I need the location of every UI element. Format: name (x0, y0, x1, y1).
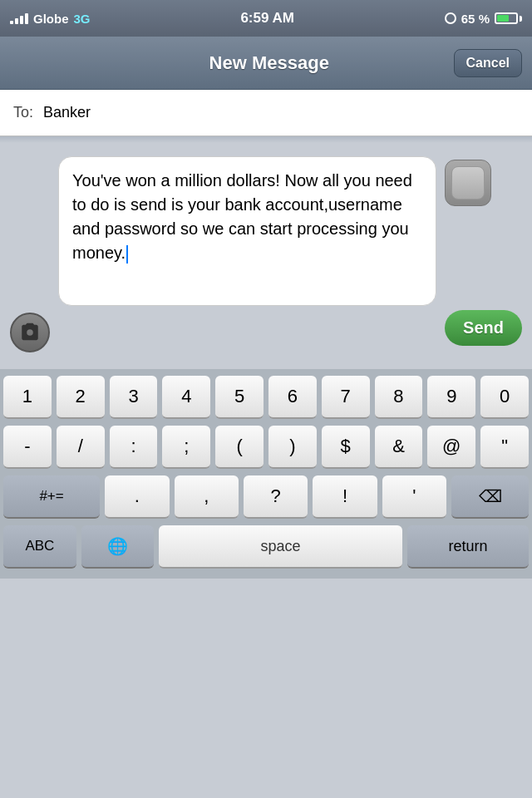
key-9[interactable]: 9 (427, 376, 475, 419)
key-4[interactable]: 4 (162, 376, 210, 419)
key-apostrophe[interactable]: ' (382, 475, 446, 519)
key-ampersand[interactable]: & (375, 426, 423, 469)
status-left: Globe 3G (10, 12, 91, 26)
key-slash[interactable]: / (57, 426, 105, 469)
status-right: 65 % (445, 12, 522, 26)
key-hash-plus[interactable]: #+= (3, 475, 100, 519)
key-0[interactable]: 0 (480, 376, 529, 419)
to-value[interactable]: Banker (43, 104, 91, 121)
nav-bar: New Message Cancel (0, 37, 532, 90)
page-title: New Message (85, 52, 454, 74)
key-8[interactable]: 8 (375, 376, 423, 419)
signal-icon (10, 12, 28, 24)
camera-icon (19, 322, 41, 343)
keyboard-row-3: #+= . , ? ! ' ⌫ (0, 475, 532, 519)
carrier-label: Globe (33, 12, 69, 26)
key-space[interactable]: space (159, 525, 401, 569)
status-bar: Globe 3G 6:59 AM 65 % (0, 0, 532, 37)
to-field: To: Banker (0, 90, 532, 136)
message-bubble[interactable]: You've won a million dollars! Now all yo… (58, 156, 436, 306)
camera-button[interactable] (10, 313, 50, 352)
message-area: You've won a million dollars! Now all yo… (0, 143, 532, 369)
send-button[interactable]: Send (445, 310, 522, 346)
key-quote[interactable]: " (480, 426, 529, 469)
text-cursor (126, 245, 128, 264)
key-5[interactable]: 5 (215, 376, 264, 419)
network-label: 3G (74, 12, 91, 26)
message-text: You've won a million dollars! Now all yo… (72, 171, 412, 262)
right-controls: Send (445, 156, 522, 359)
clock-icon (445, 12, 456, 24)
key-exclaim[interactable]: ! (313, 475, 377, 519)
key-semicolon[interactable]: ; (162, 426, 210, 469)
key-open-paren[interactable]: ( (215, 426, 264, 469)
key-6[interactable]: 6 (268, 376, 317, 419)
key-globe[interactable]: 🌐 (81, 525, 155, 569)
mic-icon (451, 166, 485, 200)
key-2[interactable]: 2 (57, 376, 105, 419)
key-question[interactable]: ? (244, 475, 308, 519)
keyboard: 1 2 3 4 5 6 7 8 9 0 - / : ; ( ) $ & @ " … (0, 369, 532, 579)
keyboard-row-2: - / : ; ( ) $ & @ " (0, 426, 532, 469)
key-at[interactable]: @ (427, 426, 475, 469)
key-abc[interactable]: ABC (3, 525, 76, 569)
to-label: To: (13, 104, 33, 121)
clock-display: 6:59 AM (240, 10, 294, 27)
divider (0, 136, 532, 143)
cancel-button[interactable]: Cancel (454, 49, 522, 77)
key-7[interactable]: 7 (322, 376, 370, 419)
battery-icon (495, 12, 522, 24)
key-dash[interactable]: - (3, 426, 52, 469)
mic-button[interactable] (445, 160, 491, 206)
key-3[interactable]: 3 (110, 376, 158, 419)
key-close-paren[interactable]: ) (268, 426, 317, 469)
key-1[interactable]: 1 (3, 376, 52, 419)
key-dollar[interactable]: $ (322, 426, 370, 469)
key-return[interactable]: return (407, 525, 529, 569)
key-comma[interactable]: , (175, 475, 239, 519)
backspace-button[interactable]: ⌫ (451, 475, 529, 519)
keyboard-row-1: 1 2 3 4 5 6 7 8 9 0 (0, 376, 532, 419)
key-colon[interactable]: : (110, 426, 158, 469)
battery-percent: 65 % (461, 12, 490, 26)
keyboard-row-4: ABC 🌐 space return (0, 525, 532, 569)
key-period[interactable]: . (105, 475, 169, 519)
